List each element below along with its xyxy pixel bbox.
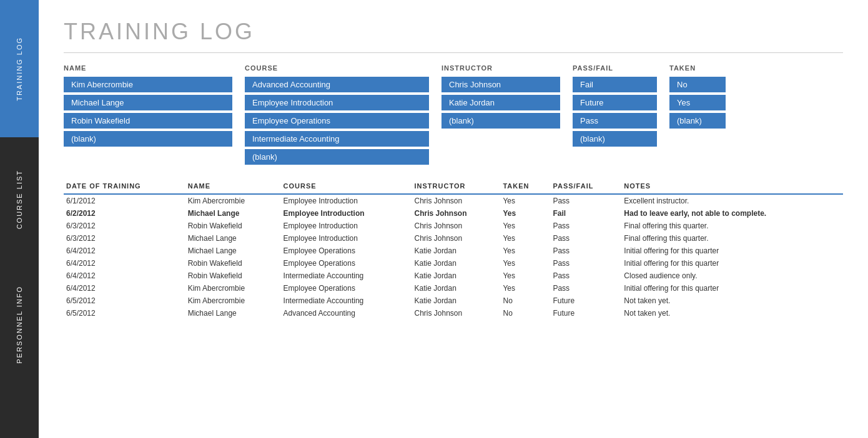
filter-chip-future[interactable]: Future: [573, 95, 657, 110]
cell-taken: Yes: [500, 282, 550, 294]
col-header-passfail: PASS/FAIL: [550, 180, 621, 194]
filter-chip-robin[interactable]: Robin Wakefield: [64, 113, 232, 129]
filter-chip-yes[interactable]: Yes: [669, 95, 726, 110]
cell-taken: Yes: [500, 194, 550, 207]
cell-course: Intermediate Accounting: [281, 294, 412, 307]
filter-chip-instructor-blank[interactable]: (blank): [441, 113, 560, 129]
cell-course: Employee Operations: [281, 245, 412, 257]
sidebar-label-course: COURSE LIST: [16, 158, 23, 240]
filter-chip-course-blank[interactable]: (blank): [245, 149, 429, 165]
filter-chip-fail[interactable]: Fail: [573, 77, 657, 92]
filter-course-chips: Advanced Accounting Employee Introductio…: [245, 77, 429, 165]
filter-section: NAME Kim Abercrombie Michael Lange Robin…: [64, 64, 843, 165]
cell-instructor: Katie Jordan: [412, 282, 501, 294]
cell-instructor: Chris Johnson: [412, 307, 501, 319]
filter-chip-pass[interactable]: Pass: [573, 113, 657, 129]
col-header-notes: NOTES: [621, 180, 843, 194]
cell-passfail: Pass: [550, 194, 621, 207]
col-header-taken: TAKEN: [500, 180, 550, 194]
table-row[interactable]: 6/1/2012Kim AbercrombieEmployee Introduc…: [64, 194, 843, 207]
sidebar-label-training: TRAINING LOG: [16, 26, 23, 112]
cell-date: 6/5/2012: [64, 294, 185, 307]
col-header-instructor: INSTRUCTOR: [412, 180, 501, 194]
table-row[interactable]: 6/4/2012Kim AbercrombieEmployee Operatio…: [64, 282, 843, 294]
cell-date: 6/5/2012: [64, 307, 185, 319]
filter-col-taken: TAKEN No Yes (blank): [669, 64, 726, 165]
cell-name: Robin Wakefield: [185, 220, 281, 232]
table-row[interactable]: 6/3/2012Robin WakefieldEmployee Introduc…: [64, 220, 843, 232]
filter-instructor-chips: Chris Johnson Katie Jordan (blank): [441, 77, 560, 129]
col-header-name: NAME: [185, 180, 281, 194]
cell-date: 6/4/2012: [64, 257, 185, 270]
main-content: TRAINING LOG NAME Kim Abercrombie Michae…: [39, 0, 868, 438]
filter-chip-emp-ops[interactable]: Employee Operations: [245, 113, 429, 129]
cell-instructor: Chris Johnson: [412, 194, 501, 207]
filter-chip-advanced[interactable]: Advanced Accounting: [245, 77, 429, 92]
filter-chip-kim[interactable]: Kim Abercrombie: [64, 77, 232, 92]
filter-taken-chips: No Yes (blank): [669, 77, 726, 129]
cell-passfail: Pass: [550, 245, 621, 257]
cell-passfail: Future: [550, 307, 621, 319]
cell-notes: Closed audience only.: [621, 270, 843, 282]
filter-passfail-label: PASS/FAIL: [573, 64, 657, 72]
sidebar-item-personnel-info[interactable]: PERSONNEL INFO: [0, 262, 39, 387]
cell-course: Employee Operations: [281, 282, 412, 294]
cell-instructor: Katie Jordan: [412, 257, 501, 270]
sidebar-item-training-log[interactable]: TRAINING LOG: [0, 0, 39, 137]
cell-name: Kim Abercrombie: [185, 294, 281, 307]
cell-date: 6/4/2012: [64, 245, 185, 257]
cell-name: Michael Lange: [185, 307, 281, 319]
cell-notes: Not taken yet.: [621, 307, 843, 319]
cell-course: Employee Introduction: [281, 232, 412, 245]
table-row[interactable]: 6/5/2012Kim AbercrombieIntermediate Acco…: [64, 294, 843, 307]
filter-col-instructor: INSTRUCTOR Chris Johnson Katie Jordan (b…: [441, 64, 560, 165]
sidebar-label-personnel: PERSONNEL INFO: [16, 275, 23, 375]
filter-chip-katie[interactable]: Katie Jordan: [441, 95, 560, 110]
filter-chip-taken-blank[interactable]: (blank): [669, 113, 726, 129]
cell-instructor: Katie Jordan: [412, 245, 501, 257]
filter-passfail-chips: Fail Future Pass (blank): [573, 77, 657, 147]
table-row[interactable]: 6/2/2012Michael LangeEmployee Introducti…: [64, 207, 843, 220]
table-row[interactable]: 6/5/2012Michael LangeAdvanced Accounting…: [64, 307, 843, 319]
cell-name: Kim Abercrombie: [185, 194, 281, 207]
filter-chip-michael[interactable]: Michael Lange: [64, 95, 232, 110]
filter-chip-name-blank[interactable]: (blank): [64, 131, 232, 147]
cell-date: 6/4/2012: [64, 270, 185, 282]
table-row[interactable]: 6/3/2012Michael LangeEmployee Introducti…: [64, 232, 843, 245]
filter-chip-no[interactable]: No: [669, 77, 726, 92]
cell-date: 6/1/2012: [64, 194, 185, 207]
cell-notes: Excellent instructor.: [621, 194, 843, 207]
cell-passfail: Fail: [550, 207, 621, 220]
col-header-course: COURSE: [281, 180, 412, 194]
sidebar-item-course-list[interactable]: COURSE LIST: [0, 137, 39, 262]
table-row[interactable]: 6/4/2012Robin WakefieldIntermediate Acco…: [64, 270, 843, 282]
cell-date: 6/3/2012: [64, 220, 185, 232]
table-header-row: DATE OF TRAINING NAME COURSE INSTRUCTOR …: [64, 180, 843, 194]
cell-date: 6/2/2012: [64, 207, 185, 220]
cell-course: Employee Introduction: [281, 194, 412, 207]
cell-taken: No: [500, 294, 550, 307]
cell-instructor: Chris Johnson: [412, 232, 501, 245]
cell-notes: Final offering this quarter.: [621, 232, 843, 245]
table-row[interactable]: 6/4/2012Michael LangeEmployee Operations…: [64, 245, 843, 257]
cell-date: 6/3/2012: [64, 232, 185, 245]
cell-name: Michael Lange: [185, 245, 281, 257]
filter-chip-passfail-blank[interactable]: (blank): [573, 131, 657, 147]
training-table: DATE OF TRAINING NAME COURSE INSTRUCTOR …: [64, 180, 843, 319]
cell-name: Kim Abercrombie: [185, 282, 281, 294]
table-row[interactable]: 6/4/2012Robin WakefieldEmployee Operatio…: [64, 257, 843, 270]
cell-taken: Yes: [500, 257, 550, 270]
cell-notes: Initial offering for this quarter: [621, 282, 843, 294]
cell-taken: Yes: [500, 220, 550, 232]
filter-chip-chris[interactable]: Chris Johnson: [441, 77, 560, 92]
cell-passfail: Pass: [550, 232, 621, 245]
filter-instructor-label: INSTRUCTOR: [441, 64, 560, 72]
filter-taken-label: TAKEN: [669, 64, 726, 72]
cell-passfail: Pass: [550, 257, 621, 270]
table-section: DATE OF TRAINING NAME COURSE INSTRUCTOR …: [64, 180, 843, 319]
filter-chip-intermediate[interactable]: Intermediate Accounting: [245, 131, 429, 147]
cell-course: Employee Introduction: [281, 207, 412, 220]
cell-date: 6/4/2012: [64, 282, 185, 294]
filter-chip-emp-intro[interactable]: Employee Introduction: [245, 95, 429, 110]
filter-col-passfail: PASS/FAIL Fail Future Pass (blank): [573, 64, 657, 165]
